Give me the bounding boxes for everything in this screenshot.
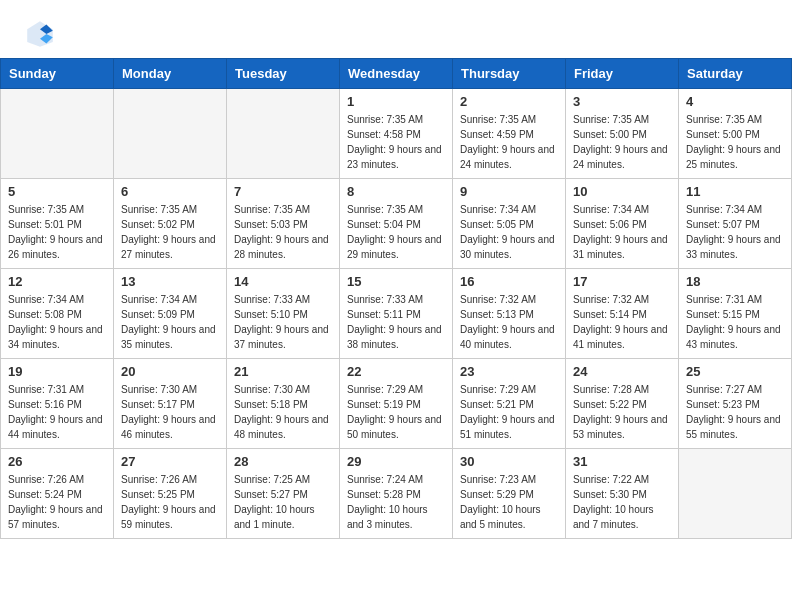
day-info: Sunrise: 7:30 AM Sunset: 5:18 PM Dayligh… xyxy=(234,382,332,442)
calendar-cell: 10Sunrise: 7:34 AM Sunset: 5:06 PM Dayli… xyxy=(566,179,679,269)
day-info: Sunrise: 7:34 AM Sunset: 5:08 PM Dayligh… xyxy=(8,292,106,352)
day-number: 6 xyxy=(121,184,219,199)
day-info: Sunrise: 7:32 AM Sunset: 5:13 PM Dayligh… xyxy=(460,292,558,352)
calendar-table: SundayMondayTuesdayWednesdayThursdayFrid… xyxy=(0,58,792,539)
day-number: 29 xyxy=(347,454,445,469)
day-info: Sunrise: 7:35 AM Sunset: 5:03 PM Dayligh… xyxy=(234,202,332,262)
day-number: 16 xyxy=(460,274,558,289)
day-info: Sunrise: 7:24 AM Sunset: 5:28 PM Dayligh… xyxy=(347,472,445,532)
weekday-header-wednesday: Wednesday xyxy=(340,59,453,89)
week-row-4: 19Sunrise: 7:31 AM Sunset: 5:16 PM Dayli… xyxy=(1,359,792,449)
day-number: 30 xyxy=(460,454,558,469)
day-number: 12 xyxy=(8,274,106,289)
weekday-header-thursday: Thursday xyxy=(453,59,566,89)
day-number: 24 xyxy=(573,364,671,379)
calendar-cell: 21Sunrise: 7:30 AM Sunset: 5:18 PM Dayli… xyxy=(227,359,340,449)
weekday-header-row: SundayMondayTuesdayWednesdayThursdayFrid… xyxy=(1,59,792,89)
day-info: Sunrise: 7:31 AM Sunset: 5:15 PM Dayligh… xyxy=(686,292,784,352)
calendar-cell: 1Sunrise: 7:35 AM Sunset: 4:58 PM Daylig… xyxy=(340,89,453,179)
day-info: Sunrise: 7:25 AM Sunset: 5:27 PM Dayligh… xyxy=(234,472,332,532)
calendar-cell: 15Sunrise: 7:33 AM Sunset: 5:11 PM Dayli… xyxy=(340,269,453,359)
calendar-cell xyxy=(679,449,792,539)
day-info: Sunrise: 7:26 AM Sunset: 5:24 PM Dayligh… xyxy=(8,472,106,532)
day-number: 14 xyxy=(234,274,332,289)
calendar-cell: 30Sunrise: 7:23 AM Sunset: 5:29 PM Dayli… xyxy=(453,449,566,539)
week-row-2: 5Sunrise: 7:35 AM Sunset: 5:01 PM Daylig… xyxy=(1,179,792,269)
weekday-header-saturday: Saturday xyxy=(679,59,792,89)
day-number: 31 xyxy=(573,454,671,469)
day-info: Sunrise: 7:35 AM Sunset: 4:58 PM Dayligh… xyxy=(347,112,445,172)
weekday-header-sunday: Sunday xyxy=(1,59,114,89)
calendar-cell: 18Sunrise: 7:31 AM Sunset: 5:15 PM Dayli… xyxy=(679,269,792,359)
day-info: Sunrise: 7:32 AM Sunset: 5:14 PM Dayligh… xyxy=(573,292,671,352)
day-info: Sunrise: 7:23 AM Sunset: 5:29 PM Dayligh… xyxy=(460,472,558,532)
day-number: 15 xyxy=(347,274,445,289)
day-info: Sunrise: 7:35 AM Sunset: 5:02 PM Dayligh… xyxy=(121,202,219,262)
day-number: 13 xyxy=(121,274,219,289)
calendar-cell: 23Sunrise: 7:29 AM Sunset: 5:21 PM Dayli… xyxy=(453,359,566,449)
day-number: 4 xyxy=(686,94,784,109)
day-info: Sunrise: 7:34 AM Sunset: 5:07 PM Dayligh… xyxy=(686,202,784,262)
logo xyxy=(24,18,62,50)
day-info: Sunrise: 7:35 AM Sunset: 5:00 PM Dayligh… xyxy=(686,112,784,172)
day-number: 21 xyxy=(234,364,332,379)
day-info: Sunrise: 7:35 AM Sunset: 5:00 PM Dayligh… xyxy=(573,112,671,172)
header xyxy=(0,0,792,58)
day-number: 17 xyxy=(573,274,671,289)
calendar-cell: 3Sunrise: 7:35 AM Sunset: 5:00 PM Daylig… xyxy=(566,89,679,179)
day-number: 7 xyxy=(234,184,332,199)
svg-marker-0 xyxy=(27,21,53,47)
calendar-cell xyxy=(114,89,227,179)
day-info: Sunrise: 7:33 AM Sunset: 5:10 PM Dayligh… xyxy=(234,292,332,352)
day-number: 11 xyxy=(686,184,784,199)
day-info: Sunrise: 7:29 AM Sunset: 5:19 PM Dayligh… xyxy=(347,382,445,442)
calendar-cell: 11Sunrise: 7:34 AM Sunset: 5:07 PM Dayli… xyxy=(679,179,792,269)
day-info: Sunrise: 7:30 AM Sunset: 5:17 PM Dayligh… xyxy=(121,382,219,442)
calendar-cell: 7Sunrise: 7:35 AM Sunset: 5:03 PM Daylig… xyxy=(227,179,340,269)
day-number: 10 xyxy=(573,184,671,199)
day-number: 27 xyxy=(121,454,219,469)
calendar-cell: 25Sunrise: 7:27 AM Sunset: 5:23 PM Dayli… xyxy=(679,359,792,449)
calendar-cell: 12Sunrise: 7:34 AM Sunset: 5:08 PM Dayli… xyxy=(1,269,114,359)
calendar-cell: 4Sunrise: 7:35 AM Sunset: 5:00 PM Daylig… xyxy=(679,89,792,179)
week-row-3: 12Sunrise: 7:34 AM Sunset: 5:08 PM Dayli… xyxy=(1,269,792,359)
day-number: 18 xyxy=(686,274,784,289)
day-info: Sunrise: 7:35 AM Sunset: 5:01 PM Dayligh… xyxy=(8,202,106,262)
day-number: 1 xyxy=(347,94,445,109)
calendar-cell: 5Sunrise: 7:35 AM Sunset: 5:01 PM Daylig… xyxy=(1,179,114,269)
calendar-cell: 6Sunrise: 7:35 AM Sunset: 5:02 PM Daylig… xyxy=(114,179,227,269)
calendar-cell: 14Sunrise: 7:33 AM Sunset: 5:10 PM Dayli… xyxy=(227,269,340,359)
day-number: 25 xyxy=(686,364,784,379)
weekday-header-monday: Monday xyxy=(114,59,227,89)
day-info: Sunrise: 7:27 AM Sunset: 5:23 PM Dayligh… xyxy=(686,382,784,442)
day-info: Sunrise: 7:26 AM Sunset: 5:25 PM Dayligh… xyxy=(121,472,219,532)
calendar-cell: 26Sunrise: 7:26 AM Sunset: 5:24 PM Dayli… xyxy=(1,449,114,539)
day-info: Sunrise: 7:31 AM Sunset: 5:16 PM Dayligh… xyxy=(8,382,106,442)
day-number: 22 xyxy=(347,364,445,379)
logo-icon xyxy=(24,18,56,50)
page: SundayMondayTuesdayWednesdayThursdayFrid… xyxy=(0,0,792,539)
calendar-cell xyxy=(227,89,340,179)
day-number: 2 xyxy=(460,94,558,109)
calendar-cell: 13Sunrise: 7:34 AM Sunset: 5:09 PM Dayli… xyxy=(114,269,227,359)
calendar-cell: 31Sunrise: 7:22 AM Sunset: 5:30 PM Dayli… xyxy=(566,449,679,539)
day-info: Sunrise: 7:35 AM Sunset: 4:59 PM Dayligh… xyxy=(460,112,558,172)
day-number: 26 xyxy=(8,454,106,469)
weekday-header-friday: Friday xyxy=(566,59,679,89)
day-info: Sunrise: 7:34 AM Sunset: 5:05 PM Dayligh… xyxy=(460,202,558,262)
day-number: 23 xyxy=(460,364,558,379)
calendar-cell: 17Sunrise: 7:32 AM Sunset: 5:14 PM Dayli… xyxy=(566,269,679,359)
day-number: 19 xyxy=(8,364,106,379)
calendar-cell: 19Sunrise: 7:31 AM Sunset: 5:16 PM Dayli… xyxy=(1,359,114,449)
calendar-cell: 2Sunrise: 7:35 AM Sunset: 4:59 PM Daylig… xyxy=(453,89,566,179)
calendar-cell: 28Sunrise: 7:25 AM Sunset: 5:27 PM Dayli… xyxy=(227,449,340,539)
calendar-cell: 8Sunrise: 7:35 AM Sunset: 5:04 PM Daylig… xyxy=(340,179,453,269)
day-info: Sunrise: 7:28 AM Sunset: 5:22 PM Dayligh… xyxy=(573,382,671,442)
calendar-cell: 16Sunrise: 7:32 AM Sunset: 5:13 PM Dayli… xyxy=(453,269,566,359)
day-info: Sunrise: 7:34 AM Sunset: 5:09 PM Dayligh… xyxy=(121,292,219,352)
day-number: 28 xyxy=(234,454,332,469)
day-info: Sunrise: 7:29 AM Sunset: 5:21 PM Dayligh… xyxy=(460,382,558,442)
calendar-cell: 20Sunrise: 7:30 AM Sunset: 5:17 PM Dayli… xyxy=(114,359,227,449)
calendar-cell: 22Sunrise: 7:29 AM Sunset: 5:19 PM Dayli… xyxy=(340,359,453,449)
calendar-cell: 27Sunrise: 7:26 AM Sunset: 5:25 PM Dayli… xyxy=(114,449,227,539)
